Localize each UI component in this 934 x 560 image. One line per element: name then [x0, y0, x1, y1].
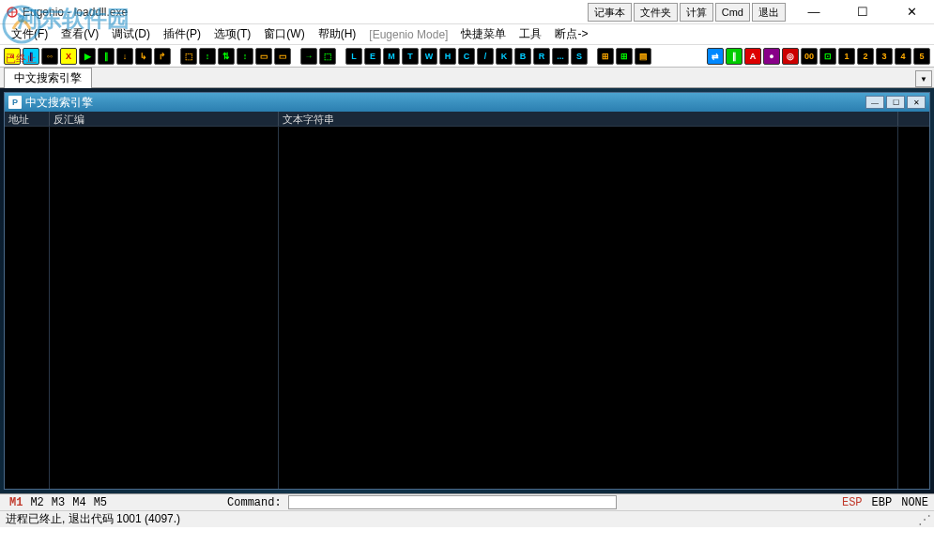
title-button-cmd[interactable]: Cmd: [715, 3, 750, 22]
toolbar-button-g1-0[interactable]: ⬚: [180, 48, 197, 65]
memory-button-m4[interactable]: M4: [69, 496, 89, 509]
toolbar-button-g3-3[interactable]: T: [402, 48, 419, 65]
toolbar: «‖◦◦X▶‖↓↳↱⬚↕⇅↕▭▭→⬚LEMTWHC/KBR...S⊞⊞▤⇄‖A●…: [0, 45, 934, 68]
menu-窗口w[interactable]: 窗口(W): [258, 24, 310, 44]
toolbar-button-g0-0[interactable]: «: [4, 48, 21, 65]
menu-快捷菜单[interactable]: 快捷菜单: [455, 24, 512, 44]
bottom-bar: M1M2M3M4M5 Command: ESPEBPNONE: [0, 493, 934, 510]
window-title: Eugenio - loaddll.exe: [23, 6, 128, 19]
register-esp[interactable]: ESP: [842, 496, 863, 509]
memory-button-m5[interactable]: M5: [90, 496, 111, 509]
toolbar-button-g3-1[interactable]: E: [364, 48, 381, 65]
menu-选项t[interactable]: 选项(T): [208, 24, 256, 44]
command-label: Command:: [227, 496, 282, 509]
register-none[interactable]: NONE: [901, 496, 928, 509]
child-window-titlebar[interactable]: P 中文搜索引擎 ― ☐ ✕: [5, 93, 929, 112]
toolbar-button-g1-4[interactable]: ▭: [255, 48, 272, 65]
toolbar-button-g5-6[interactable]: ⊡: [819, 48, 836, 65]
toolbar-button-g5-11[interactable]: 5: [913, 48, 930, 65]
tabstrip: 中文搜索引擎 ▼: [0, 68, 934, 88]
toolbar-button-g1-2[interactable]: ⇅: [218, 48, 235, 65]
mdi-client-area: P 中文搜索引擎 ― ☐ ✕ 地址反汇编文本字符串: [0, 88, 934, 493]
title-button-folder[interactable]: 文件夹: [634, 3, 678, 22]
toolbar-button-g2-0[interactable]: →: [300, 48, 317, 65]
toolbar-button-g5-7[interactable]: 1: [838, 48, 855, 65]
toolbar-button-g1-3[interactable]: ↕: [237, 48, 253, 65]
toolbar-button-g3-5[interactable]: H: [439, 48, 456, 65]
child-window-icon: P: [8, 96, 22, 109]
title-button-notepad[interactable]: 记事本: [588, 3, 632, 22]
menu-断点->[interactable]: 断点->: [549, 24, 593, 44]
memory-button-m3[interactable]: M3: [48, 496, 69, 509]
toolbar-button-g3-4[interactable]: W: [421, 48, 437, 65]
child-window-title: 中文搜索引擎: [25, 95, 93, 111]
toolbar-button-g0-6[interactable]: ↓: [116, 48, 133, 65]
menu-查看v[interactable]: 查看(V): [55, 24, 104, 44]
memory-button-m1[interactable]: M1: [6, 496, 26, 509]
memory-button-m2[interactable]: M2: [26, 496, 47, 509]
toolbar-button-g0-2[interactable]: ◦◦: [41, 48, 58, 65]
toolbar-button-g5-2[interactable]: A: [744, 48, 761, 65]
menu-文件f[interactable]: 文件(F): [6, 24, 54, 44]
toolbar-button-g1-1[interactable]: ↕: [199, 48, 216, 65]
toolbar-button-g2-1[interactable]: ⬚: [319, 48, 336, 65]
command-input[interactable]: [288, 495, 617, 509]
toolbar-button-g3-2[interactable]: M: [383, 48, 400, 65]
toolbar-button-g0-3[interactable]: X: [60, 48, 77, 65]
column-body: [5, 127, 50, 489]
column-header-文本字符串[interactable]: 文本字符串: [279, 112, 898, 126]
child-minimize-button[interactable]: ―: [865, 96, 884, 109]
title-button-exit[interactable]: 退出: [752, 3, 786, 22]
menu-工具[interactable]: 工具: [513, 24, 547, 44]
toolbar-button-g3-8[interactable]: K: [496, 48, 513, 65]
menu-[eugenio mode]: [Eugenio Mode]: [363, 26, 453, 43]
child-close-button[interactable]: ✕: [907, 96, 926, 109]
resize-grip[interactable]: ⋰: [918, 512, 928, 527]
toolbar-button-g4-2[interactable]: ▤: [635, 48, 651, 65]
toolbar-button-g5-9[interactable]: 3: [876, 48, 893, 65]
toolbar-button-g5-3[interactable]: ●: [763, 48, 780, 65]
column-body: [50, 127, 279, 489]
toolbar-button-g1-5[interactable]: ▭: [274, 48, 291, 65]
maximize-button[interactable]: ☐: [842, 0, 883, 24]
toolbar-button-g0-8[interactable]: ↱: [154, 48, 171, 65]
toolbar-button-g3-9[interactable]: B: [514, 48, 531, 65]
toolbar-button-g3-12[interactable]: S: [571, 48, 588, 65]
toolbar-button-g0-1[interactable]: ‖: [23, 48, 39, 65]
toolbar-button-g0-7[interactable]: ↳: [135, 48, 152, 65]
menu-帮助h[interactable]: 帮助(H): [313, 24, 362, 44]
child-maximize-button[interactable]: ☐: [886, 96, 905, 109]
toolbar-button-g3-6[interactable]: C: [458, 48, 475, 65]
table-body[interactable]: [5, 127, 929, 489]
menu-插件p[interactable]: 插件(P): [158, 24, 207, 44]
tab-search-engine[interactable]: 中文搜索引擎: [4, 68, 92, 88]
minimize-button[interactable]: ―: [793, 0, 834, 24]
toolbar-button-g5-0[interactable]: ⇄: [707, 48, 724, 65]
app-icon: [6, 6, 19, 19]
toolbar-button-g4-0[interactable]: ⊞: [597, 48, 614, 65]
toolbar-button-g0-5[interactable]: ‖: [98, 48, 115, 65]
toolbar-button-g0-4[interactable]: ▶: [79, 48, 96, 65]
toolbar-button-g3-10[interactable]: R: [533, 48, 550, 65]
tab-dropdown-button[interactable]: ▼: [915, 70, 932, 87]
column-body: [279, 127, 898, 489]
column-header-地址[interactable]: 地址: [5, 112, 50, 126]
toolbar-button-g4-1[interactable]: ⊞: [616, 48, 633, 65]
toolbar-button-g3-7[interactable]: /: [477, 48, 494, 65]
toolbar-button-g5-1[interactable]: ‖: [726, 48, 743, 65]
toolbar-button-g3-11[interactable]: ...: [552, 48, 569, 65]
close-button[interactable]: ✕: [891, 0, 932, 24]
menu-调试d[interactable]: 调试(D): [106, 24, 156, 44]
titlebar: Eugenio - loaddll.exe 记事本文件夹计算Cmd退出 ― ☐ …: [0, 0, 934, 24]
column-headers: 地址反汇编文本字符串: [5, 112, 929, 127]
child-window: P 中文搜索引擎 ― ☐ ✕ 地址反汇编文本字符串: [4, 92, 930, 490]
register-ebp[interactable]: EBP: [872, 496, 893, 509]
status-text: 进程已终止, 退出代码 1001 (4097.): [6, 511, 180, 527]
toolbar-button-g3-0[interactable]: L: [345, 48, 362, 65]
title-button-calc[interactable]: 计算: [680, 3, 713, 22]
toolbar-button-g5-5[interactable]: 00: [801, 48, 818, 65]
toolbar-button-g5-10[interactable]: 4: [895, 48, 911, 65]
column-header-反汇编[interactable]: 反汇编: [50, 112, 279, 126]
toolbar-button-g5-8[interactable]: 2: [857, 48, 874, 65]
toolbar-button-g5-4[interactable]: ◎: [782, 48, 799, 65]
